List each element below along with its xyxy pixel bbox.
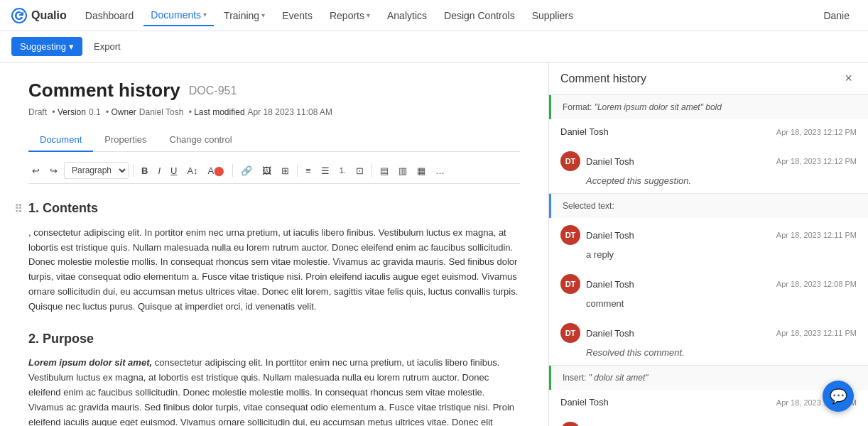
tab-document[interactable]: Document [28,129,93,152]
tab-change-control[interactable]: Change control [158,129,244,152]
paragraph-select[interactable]: Paragraph Heading 1 Heading 2 [64,162,129,179]
comment-panel-title: Comment history [560,72,646,85]
bold-button[interactable]: B [138,163,151,178]
comment-entry: DT Daniel Tosh Apr 18, 2023 12:11 PM A c… [549,415,868,426]
nav-training[interactable]: Training ▾ [217,6,272,26]
comment-entry-header: DT Daniel Tosh Apr 18, 2023 12:11 PM [560,225,857,245]
ordered-list-button[interactable]: 1. [336,164,349,177]
comment-body: a reply [560,249,857,260]
logo-text: Qualio [31,9,67,22]
comment-history-panel: Comment history × Format: "Lorem ipsum d… [548,62,868,426]
export-button[interactable]: Export [88,37,126,56]
avatar: DT [560,274,580,294]
nav-suppliers[interactable]: Suppliers [525,6,580,26]
content-paragraph-2: Lorem ipsum dolor sit amet, consectetur … [28,356,520,426]
list-button[interactable]: ☰ [318,163,333,178]
tab-properties[interactable]: Properties [93,129,158,152]
avatar: DT [560,422,580,426]
comment-body: Accepted this suggestion. [560,175,857,186]
nav-design-controls[interactable]: Design Controls [437,6,522,26]
comment-body: comment [560,298,857,309]
nav-analytics[interactable]: Analytics [380,6,434,26]
page-toolbar: Suggesting ▾ Export [0,31,868,62]
nav-documents[interactable]: Documents ▾ [143,5,214,26]
comment-section-selected-text: Selected text: DT Daniel Tosh Apr 18, 20… [549,194,868,366]
align-left-button[interactable]: ≡ [302,163,315,178]
comment-entry-header: DT Daniel Tosh Apr 18, 2023 12:08 PM [560,274,857,294]
logo-icon [11,8,27,23]
nav-user[interactable]: Danie [816,6,857,26]
comment-section-format-top: Daniel Tosh Apr 18, 2023 12:12 PM [549,119,868,144]
font-size-button[interactable]: A↕ [183,163,201,178]
document-title: Comment history DOC-951 [28,80,520,102]
comment-entry-header: DT Daniel Tosh Apr 18, 2023 12:12 PM [560,151,857,171]
separator [297,164,298,177]
suggesting-button[interactable]: Suggesting ▾ [11,37,82,56]
close-button[interactable]: × [840,70,857,87]
nav-reports[interactable]: Reports ▾ [322,6,377,26]
grid-button[interactable]: ▦ [413,163,429,178]
document-tabs: Document Properties Change control [28,129,520,152]
comment-entry: DT Daniel Tosh Apr 18, 2023 12:11 PM a r… [549,218,868,267]
avatar: DT [560,225,580,245]
drag-handle-icon: ⠿ [14,200,23,219]
main-layout: Comment history DOC-951 Draft • Version … [0,62,868,426]
document-panel: Comment history DOC-951 Draft • Version … [0,62,548,426]
align-right-button[interactable]: ▥ [395,163,411,178]
comment-entry-header: DT Daniel Tosh Apr 18, 2023 12:11 PM [560,323,857,343]
undo-button[interactable]: ↩ [28,163,43,178]
indent-button[interactable]: ⊡ [352,163,367,178]
comment-section-selected-header: Selected text: [549,194,868,218]
chevron-down-icon: ▾ [261,11,265,19]
section-heading-1: ⠿ 1. Contents [28,198,520,219]
chevron-down-icon: ▾ [203,11,207,18]
font-color-button[interactable]: A⬤ [205,163,229,178]
comment-list: Format: "Lorem ipsum dolor sit amet" bol… [549,95,868,426]
document-content: ⠿ 1. Contents , consectetur adipiscing e… [28,198,520,426]
comment-entry-header: DT Daniel Tosh Apr 18, 2023 12:11 PM [560,422,857,426]
separator [232,164,233,177]
editor-toolbar: ↩ ↪ Paragraph Heading 1 Heading 2 B I U … [28,158,520,184]
nav-dashboard[interactable]: Dashboard [78,6,141,26]
comment-section-insert-top: Daniel Tosh Apr 18, 2023 12:11 PM [549,390,868,415]
comment-entry: DT Daniel Tosh Apr 18, 2023 12:11 PM Res… [549,316,868,365]
more-button[interactable]: … [432,163,448,178]
chevron-down-icon: ▾ [69,41,74,52]
comment-entry: DT Daniel Tosh Apr 18, 2023 12:12 PM Acc… [549,144,868,193]
content-paragraph-1: , consectetur adipiscing elit. In portit… [28,226,520,315]
chevron-down-icon: ▾ [367,11,370,19]
comment-section-insert: Insert: " dolor sit amet" Daniel Tosh Ap… [549,366,868,426]
comment-entry: DT Daniel Tosh Apr 18, 2023 12:08 PM com… [549,267,868,316]
comment-section-insert-header: Insert: " dolor sit amet" [549,366,868,390]
image-button[interactable]: 🖼 [259,163,275,178]
redo-button[interactable]: ↪ [46,163,61,178]
document-id: DOC-951 [189,84,237,97]
avatar: DT [560,151,580,171]
table-button[interactable]: ⊞ [278,163,293,178]
separator [133,164,134,177]
document-meta: Draft • Version 0.1 • Owner Daniel Tosh … [28,107,520,117]
comment-section-format-header: Format: "Lorem ipsum dolor sit amet" bol… [549,95,868,119]
comment-body: Resolved this comment. [560,347,857,358]
chat-button[interactable]: 💬 [823,381,854,412]
italic-button[interactable]: I [154,163,164,178]
section-heading-2: 2. Purpose [28,329,520,349]
logo[interactable]: Qualio [11,8,67,23]
comment-section-format: Format: "Lorem ipsum dolor sit amet" bol… [549,95,868,194]
align-left2-button[interactable]: ▤ [376,163,392,178]
comment-panel-header: Comment history × [549,62,868,95]
link-button[interactable]: 🔗 [237,163,256,178]
underline-button[interactable]: U [167,163,180,178]
avatar: DT [560,323,580,343]
separator [371,164,372,177]
navbar: Qualio Dashboard Documents ▾ Training ▾ … [0,0,868,31]
nav-events[interactable]: Events [275,6,320,26]
